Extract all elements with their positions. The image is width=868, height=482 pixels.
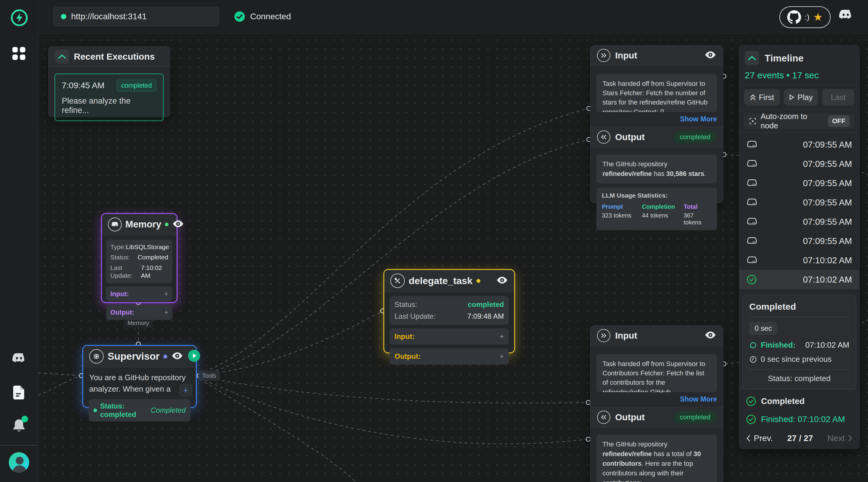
recent-executions-panel: Recent Executions 7:09:45 AM completed P… [48, 46, 170, 117]
text-part: The GitHub repository [602, 441, 667, 448]
delegate-output-expander[interactable]: Output:+ [390, 348, 509, 364]
refresh-icon [749, 341, 757, 349]
memory-node[interactable]: Memory Type:LibSQLStorage Status:Complet… [101, 213, 178, 303]
github-star-button[interactable]: :) ★ [779, 6, 831, 28]
check-circle-icon [746, 414, 756, 424]
first-event-button[interactable]: First [744, 89, 780, 105]
event-status-text: Status: completed [749, 374, 849, 383]
finished-label: Finished: [761, 341, 796, 350]
supervisor-status-bar: Status: completed Completed [89, 399, 190, 421]
sidebar-discord-link[interactable] [11, 352, 27, 366]
collapse-recent-button[interactable] [55, 50, 69, 64]
memory-output-label: Output: [110, 309, 134, 316]
stars-output-text: The GitHub repository refinedev/refine h… [596, 155, 717, 184]
drive-event-icon [747, 256, 757, 265]
grid-dot [12, 55, 18, 60]
person-silhouette-icon [9, 452, 29, 473]
eye-icon[interactable] [704, 51, 716, 60]
contrib-output-title: Output [615, 412, 645, 422]
connection-status: Connected [234, 7, 291, 26]
stars-input-title: Input [615, 50, 637, 61]
sidebar-divider [0, 445, 38, 446]
stars-io-panel: Input Task handed off from Supervisor to… [590, 45, 723, 203]
agent-chip-icon [89, 349, 104, 364]
app-root: { "colors": { "accent_green": "#2ee6a8",… [0, 0, 868, 482]
since-previous: 0 sec since previous [761, 355, 832, 364]
collapse-timeline-button[interactable] [745, 51, 759, 65]
memory-update-value: 7:10:02 AM [141, 264, 168, 280]
execution-item[interactable]: 7:09:45 AM completed Please analyze the … [55, 73, 164, 121]
supervisor-node[interactable]: Supervisor You are a GitHub repository a… [82, 345, 197, 408]
contrib-input-text: Task handed off from Supervisor to Contr… [596, 354, 717, 392]
clock-icon [749, 355, 757, 363]
timeline-event-row[interactable]: 07:09:55 AM [739, 135, 859, 154]
notifications-button[interactable] [12, 418, 26, 435]
plus-icon[interactable]: + [164, 290, 168, 298]
eye-icon[interactable] [704, 331, 716, 340]
timeline-event-row[interactable]: 07:09:55 AM [739, 193, 859, 212]
last-button-label: Last [831, 93, 846, 102]
eye-icon[interactable] [171, 352, 183, 361]
github-icon [787, 10, 801, 24]
edge-label-tools: Tools [198, 371, 220, 381]
app-logo[interactable] [10, 9, 28, 28]
completion-tokens: 44 tokens [642, 212, 684, 219]
eye-icon[interactable] [496, 276, 508, 285]
memory-output-expander[interactable]: Output:+ [106, 305, 173, 320]
play-outline-icon [789, 94, 795, 100]
expand-instructions-button[interactable]: + [180, 384, 192, 396]
next-page-button[interactable]: Next [827, 433, 852, 443]
grid-dot [20, 47, 25, 53]
delegate-status-label: Status: [395, 300, 417, 309]
completion-label: Completion [642, 203, 684, 210]
apps-grid-icon[interactable] [12, 47, 25, 60]
tools-icon [390, 274, 405, 288]
auto-zoom-label: Auto-zoom to node [761, 112, 824, 130]
prev-page-button[interactable]: Prev. [746, 433, 773, 443]
plus-icon[interactable]: + [500, 332, 504, 341]
next-label: Next [827, 433, 845, 443]
delegate-input-expander[interactable]: Input:+ [390, 328, 509, 345]
execution-status-badge: completed [117, 79, 156, 92]
repo-name: refinedev/refine [602, 170, 652, 178]
last-event-button[interactable]: Last [822, 89, 855, 105]
event-details-card: Completed 0 sec Finished: 07:10:02 AM 0 … [742, 295, 856, 389]
chevron-right-icon [848, 435, 852, 442]
event-time: 07:09:55 AM [803, 217, 852, 227]
execution-time: 7:09:45 AM [62, 81, 104, 90]
notification-dot [22, 416, 28, 422]
star-icon: ★ [813, 11, 823, 24]
double-chevron-up-icon [750, 94, 756, 101]
timeline-event-row[interactable]: 07:09:55 AM [739, 154, 859, 173]
server-url-input[interactable]: http://localhost:3141 [53, 7, 219, 26]
memory-input-expander[interactable]: Input:+ [106, 287, 173, 301]
timeline-event-row[interactable]: 07:09:55 AM [739, 231, 859, 251]
timeline-event-row-selected[interactable]: 07:10:02 AM [739, 270, 859, 289]
eye-icon[interactable] [172, 220, 184, 229]
input-chevrons-icon [597, 49, 610, 62]
timeline-event-row[interactable]: 07:09:55 AM [739, 173, 859, 193]
drive-event-icon [747, 179, 757, 188]
auto-zoom-toggle[interactable]: Auto-zoom to node OFF [744, 114, 855, 129]
play-button-label: Play [798, 93, 813, 102]
show-more-link[interactable]: Show More [596, 395, 717, 404]
document-icon [12, 385, 26, 400]
run-agent-button[interactable] [188, 350, 200, 363]
docs-link[interactable] [12, 385, 26, 401]
grid-dot [12, 47, 18, 53]
plus-icon[interactable]: + [500, 352, 504, 361]
plus-icon[interactable]: + [164, 309, 168, 316]
check-circle-icon [746, 396, 756, 407]
play-timeline-button[interactable]: Play [784, 89, 818, 105]
timeline-title: Timeline [765, 53, 804, 64]
delegate-output-label: Output: [395, 352, 421, 361]
avatar[interactable] [9, 452, 29, 473]
stars-input-text: Task handed off from Supervisor to Stars… [596, 74, 717, 112]
supervisor-status-dot [163, 355, 167, 358]
show-more-link[interactable]: Show More [596, 115, 717, 123]
discord-link[interactable] [838, 9, 854, 23]
delegate-task-node[interactable]: delegate_task Status:completed Last Upda… [383, 269, 515, 353]
timeline-event-row[interactable]: 07:10:02 AM [739, 251, 859, 270]
contrib-input-title: Input [615, 330, 637, 341]
timeline-event-row[interactable]: 07:09:55 AM [739, 212, 859, 231]
